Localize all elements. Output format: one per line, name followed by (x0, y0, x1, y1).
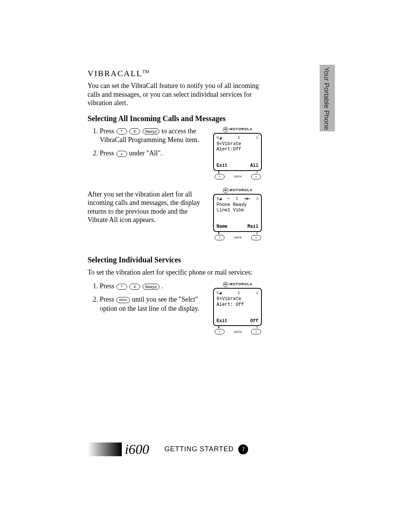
hardware-keys: • iDEN • (213, 174, 263, 179)
page-content: VIBRACALLTM You can set the VibraCall fe… (88, 69, 263, 334)
step-text: Press (100, 296, 116, 303)
brand-text: MOTOROLA (229, 188, 252, 192)
motorola-logo-icon: M (223, 188, 228, 193)
status-number: 1 (238, 136, 240, 140)
key-9-icon: 9wxyz (143, 128, 160, 134)
phone-illustration-3: MMOTOROLA ▽◢ 1 ▯ 9=Vibrate Alert: Off Ex… (213, 282, 263, 334)
after-text-block: After you set the vibration alert for al… (88, 188, 206, 230)
hw-softkey-right-icon: • (251, 174, 261, 179)
signal-icon: ▽◢ (217, 291, 221, 296)
steps-block-1: Press * # 9wxyz to access the VibraCall … (88, 127, 206, 163)
section-tab-label: Your Portable Phone (322, 67, 330, 130)
iden-label: iDEN (234, 175, 242, 178)
status-number: 1 (238, 291, 240, 296)
key-star-icon: * (116, 128, 127, 134)
softkey-row: Name Mail (217, 224, 258, 229)
hw-softkey-left-icon: • (215, 174, 225, 179)
step-row-3: Press * # 9wxyz . Press MENU until you s… (88, 282, 263, 334)
softkey-left: Exit (217, 163, 228, 168)
softkey-row: Exit Off (217, 318, 258, 324)
step-text: under "All". (129, 149, 162, 157)
motorola-logo-icon: M (223, 282, 228, 287)
key-star-icon: * (116, 284, 127, 290)
step-row-1: Press * # 9wxyz to access the VibraCall … (88, 127, 263, 179)
page-footer: i600 GETTING STARTED 7 (88, 441, 274, 458)
iden-label: iDEN (234, 236, 242, 239)
screen-line-1: 9=Vibrate (217, 296, 258, 302)
step-1-1: Press * # 9wxyz to access the VibraCall … (100, 127, 206, 145)
hw-softkey-right-icon: • (251, 329, 261, 334)
softkey-row: Exit All (217, 163, 258, 168)
phone-screen: ▽◢ 1 ▯ 9=Vibrate Alert: Off Exit Off (213, 288, 262, 326)
step-text: Press (100, 149, 116, 157)
hw-softkey-left-icon: • (215, 329, 225, 334)
screen-line-2: Alert:Off (217, 147, 258, 152)
softkey-right: Mail (247, 224, 258, 229)
battery-icon: ▯ (256, 197, 258, 201)
vibe-all-icon: ◂◉▸ (244, 197, 250, 201)
screen-line-2: Line1 Vibe (217, 208, 258, 213)
screen-line-2: Alert: Off (217, 302, 258, 307)
signal-icon: ▽◢ (217, 197, 221, 201)
steps-block-2: Press * # 9wxyz . Press MENU until you s… (88, 282, 206, 318)
manual-page: Your Portable Phone VIBRACALLTM You can … (0, 0, 411, 532)
step-row-2: After you set the vibration alert for al… (88, 188, 263, 240)
footer-chapter: GETTING STARTED (164, 445, 234, 453)
connector-lines (213, 171, 263, 173)
footer-gradient (88, 443, 122, 456)
trademark: TM (142, 69, 149, 74)
phone-illustration-1: MMOTOROLA ▽◢ 1 ▯ 9=Vibrate Alert:Off Exi… (213, 127, 263, 179)
phone-illustration-2: MMOTOROLA ▽◢ ⌁ 1 ◂◉▸ ▯ Phone Ready Line1… (213, 188, 263, 240)
ordered-steps-2: Press * # 9wxyz . Press MENU until you s… (88, 282, 206, 313)
vibrate-icon: ⌁ (228, 197, 230, 201)
motorola-logo-icon: M (223, 127, 228, 132)
connector-lines (213, 232, 263, 234)
brand-text: MOTOROLA (229, 127, 252, 131)
page-number-badge: 7 (238, 444, 248, 454)
battery-icon: ▯ (256, 136, 258, 140)
step-text: . (162, 282, 164, 290)
status-bar: ▽◢ 1 ▯ (217, 291, 258, 296)
battery-icon: ▯ (256, 291, 258, 296)
subheading-all: Selecting All Incoming Calls and Message… (88, 114, 263, 123)
phone-screen: ▽◢ 1 ▯ 9=Vibrate Alert:Off Exit All (213, 133, 262, 171)
screen-line-1: 9=Vibrate (217, 141, 258, 147)
section-tab: Your Portable Phone (320, 65, 335, 131)
iden-label: iDEN (234, 330, 242, 334)
phone-screen: ▽◢ ⌁ 1 ◂◉▸ ▯ Phone Ready Line1 Vibe Name… (213, 194, 262, 232)
step-1-2: Press • under "All". (100, 149, 206, 158)
title-text: VIBRACALL (88, 69, 142, 78)
hardware-keys: • iDEN • (213, 235, 263, 240)
step-text: Press (100, 127, 116, 135)
status-bar: ▽◢ ⌁ 1 ◂◉▸ ▯ (217, 197, 258, 201)
after-paragraph: After you set the vibration alert for al… (88, 190, 206, 224)
section2-intro: To set the vibration alert for specific … (88, 268, 263, 277)
step-text: Press (100, 282, 116, 290)
status-number: 1 (236, 197, 238, 201)
status-bar: ▽◢ 1 ▯ (217, 136, 258, 141)
softkey-right: Off (250, 318, 258, 324)
page-title: VIBRACALLTM (88, 69, 263, 78)
softkey-dot-icon: • (116, 151, 127, 157)
subheading-individual: Selecting Individual Services (88, 256, 263, 264)
brand-label: MMOTOROLA (213, 188, 263, 193)
brand-label: MMOTOROLA (213, 127, 263, 132)
brand-text: MOTOROLA (229, 282, 252, 286)
intro-paragraph: You can set the VibraCall feature to not… (88, 81, 263, 107)
hardware-keys: • iDEN • (213, 329, 263, 334)
key-menu-icon: MENU (116, 297, 130, 303)
step-2-2: Press MENU until you see the "Selct" opt… (100, 295, 206, 313)
model-number: i600 (125, 441, 149, 457)
hw-softkey-left-icon: • (215, 235, 225, 240)
softkey-left: Name (217, 224, 228, 229)
hw-softkey-right-icon: • (251, 235, 261, 240)
key-hash-icon: # (129, 284, 140, 290)
signal-icon: ▽◢ (217, 136, 221, 141)
softkey-right: All (250, 163, 258, 168)
key-9-icon: 9wxyz (143, 284, 160, 290)
key-hash-icon: # (129, 128, 140, 134)
screen-line-1: Phone Ready (217, 202, 258, 208)
ordered-steps-1: Press * # 9wxyz to access the VibraCall … (88, 127, 206, 158)
softkey-left: Exit (217, 318, 228, 324)
brand-label: MMOTOROLA (213, 282, 263, 287)
